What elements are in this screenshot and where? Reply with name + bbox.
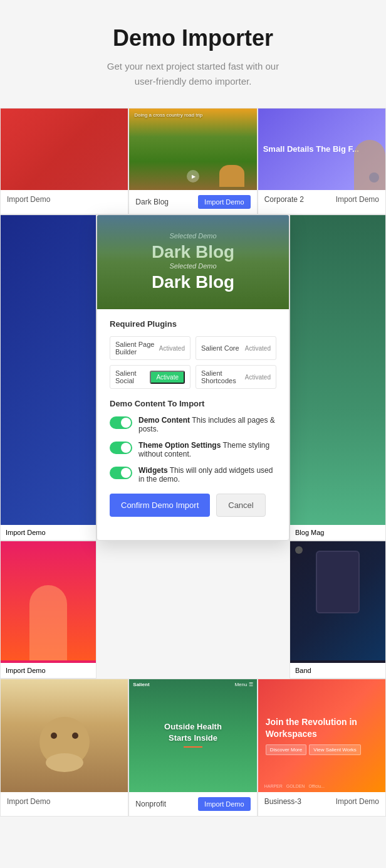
bottom-card-nonprofit-footer: Nonprofit Import Demo <box>129 792 256 816</box>
modal-actions: Confirm Demo Import Cancel <box>110 494 276 517</box>
plugin-row-social: Salient Social Activate <box>110 365 190 389</box>
dark-blog-import-button[interactable]: Import Demo <box>198 195 251 209</box>
page-header: Demo Importer Get your next project star… <box>0 0 386 108</box>
nonprofit-underline <box>184 746 202 748</box>
demo-card-1-footer: Import Demo <box>1 190 128 209</box>
cancel-button[interactable]: Cancel <box>216 494 265 517</box>
plugin-status-shortcodes: Activated <box>245 374 271 381</box>
plugin-row-shortcodes: Salient Shortcodes Activated <box>196 365 276 389</box>
plugin-name-shortcodes: Salient Shortcodes <box>201 369 245 384</box>
person-silhouette <box>354 140 385 190</box>
corporate2-import-text[interactable]: Import Demo <box>336 195 379 204</box>
nonprofit-label: Nonprofit <box>135 800 166 808</box>
toggle-demo-content-label: Demo Content <box>138 416 190 425</box>
play-button[interactable]: ▶ <box>187 170 199 183</box>
page-subtitle: Get your next project started fast with … <box>13 59 373 89</box>
dark-blog-label: Dark Blog <box>135 198 169 206</box>
plugin-status-core: Activated <box>245 345 271 352</box>
demo-card-dark-blog-image: Doing a cross country road trip ▶ <box>129 109 256 190</box>
demo-content-title: Demo Content To Import <box>110 399 276 408</box>
required-plugins-title: Required Plugins <box>110 319 276 329</box>
biz3-btn1[interactable]: Discover More <box>266 744 307 755</box>
modal-left-bg <box>1 215 96 540</box>
toggle-theme-options-label: Theme Option Settings <box>138 441 221 450</box>
toggle-demo-content[interactable] <box>110 416 132 429</box>
top-demo-grid: Import Demo Doing a cross country road t… <box>0 108 386 214</box>
business3-import-text[interactable]: Import Demo <box>336 797 379 806</box>
corp2-title: Small Details The Big F... <box>263 144 359 155</box>
demo-card-dark-blog-footer: Dark Blog Import Demo <box>129 190 256 214</box>
plugin-name-core: Salient Core <box>201 344 239 352</box>
corporate2-label: Corporate 2 <box>264 195 304 204</box>
nonprofit-import-button[interactable]: Import Demo <box>198 797 251 811</box>
bottom-card-monkey[interactable]: Import Demo <box>0 679 128 817</box>
toggle-widgets[interactable] <box>110 467 132 479</box>
demo-card-corporate2-image: Small Details The Big F... <box>258 109 385 190</box>
bottom-card-monkey-footer: Import Demo <box>1 792 128 811</box>
portrait-import-label[interactable]: Import Demo <box>6 667 46 674</box>
band-label: Band <box>295 667 311 674</box>
demo-card-1[interactable]: Import Demo <box>0 108 128 214</box>
red-overlay <box>1 109 128 190</box>
modal-body: Required Plugins Salient Page Builder Ac… <box>97 309 289 527</box>
plugin-row-core: Salient Core Activated <box>196 336 276 360</box>
modal-selected-label-2: Selected Demo <box>169 262 216 270</box>
nonprofit-content: Outside Health Starts Inside <box>129 679 256 792</box>
plugin-row-page-builder: Salient Page Builder Activated <box>110 336 190 360</box>
biz3-buttons: Discover More View Salient Works <box>266 744 378 755</box>
bottom-card-nonprofit[interactable]: Salient Menu ☰ Outside Health Starts Ins… <box>128 679 257 817</box>
page-title: Demo Importer <box>13 25 373 51</box>
modal-right-footer: Blog Mag <box>290 525 385 540</box>
demo-card-corporate2[interactable]: Small Details The Big F... Corporate 2 I… <box>258 108 386 214</box>
toggle-theme-options[interactable] <box>110 442 132 454</box>
modal-hero: Selected Demo Dark Blog Selected Demo Da… <box>97 215 289 309</box>
band-bg <box>290 541 385 660</box>
modal-left-label[interactable]: Import Demo <box>6 529 46 536</box>
plugins-grid: Salient Page Builder Activated Salient C… <box>110 336 276 389</box>
page-footer <box>0 817 386 842</box>
biz3-content: Join the Revolution in Workspaces Discov… <box>258 679 385 792</box>
modal-right-card[interactable]: Blog Mag <box>290 214 386 541</box>
modal-row: Import Demo Selected Demo Dark Blog Sele… <box>0 214 386 541</box>
demo-card-1-import-text[interactable]: Import Demo <box>7 195 50 204</box>
modal-left-footer: Import Demo <box>1 525 96 540</box>
demo-card-dark-blog[interactable]: Doing a cross country road trip ▶ Dark B… <box>128 108 257 214</box>
biz3-logos: HARPER GOLDEN Officiu... <box>264 784 325 788</box>
bottom-card-business3-footer: Business-3 Import Demo <box>258 792 385 811</box>
nonprofit-headline: Outside Health Starts Inside <box>164 721 222 744</box>
band-dot <box>295 546 303 554</box>
confirm-demo-import-button[interactable]: Confirm Demo Import <box>110 494 210 517</box>
biz3-btn2[interactable]: View Salient Works <box>309 744 361 755</box>
modal-demo-title-2: Dark Blog <box>152 272 234 292</box>
fox-shape <box>219 165 244 187</box>
modal-center: Selected Demo Dark Blog Selected Demo Da… <box>96 214 290 541</box>
band-card[interactable]: Band <box>290 541 386 679</box>
third-row: Import Demo Band <box>0 541 386 679</box>
portrait-footer: Import Demo <box>1 663 96 678</box>
plugin-name-page-builder: Salient Page Builder <box>115 341 159 356</box>
monkey-import-text[interactable]: Import Demo <box>7 797 50 806</box>
bottom-demo-grid: Import Demo Salient Menu ☰ Outside Healt… <box>0 679 386 817</box>
bottom-card-monkey-image <box>1 679 128 792</box>
demo-card-corporate2-footer: Corporate 2 Import Demo <box>258 190 385 209</box>
device-shape <box>316 551 360 613</box>
portrait-bg <box>1 541 96 660</box>
third-row-middle <box>96 541 290 679</box>
toggle-widgets-label: Widgets <box>138 466 168 475</box>
plugin-activate-social-button[interactable]: Activate <box>150 371 185 384</box>
plugin-status-page-builder: Activated <box>159 345 185 352</box>
dark-blog-description: Doing a cross country road trip <box>134 112 202 118</box>
biz3-title: Join the Revolution in Workspaces <box>266 716 378 739</box>
portrait-card[interactable]: Import Demo <box>0 541 96 679</box>
person-figure <box>29 585 67 660</box>
bottom-card-business3-image: Join the Revolution in Workspaces Discov… <box>258 679 385 792</box>
demo-content-section: Demo Content To Import Demo Content This… <box>110 399 276 484</box>
toggle-row-widgets: Widgets This will only add widgets used … <box>110 466 276 484</box>
modal-right-label: Blog Mag <box>295 529 324 536</box>
bottom-card-business3[interactable]: Join the Revolution in Workspaces Discov… <box>258 679 386 817</box>
modal-left-card[interactable]: Import Demo <box>0 214 96 541</box>
plugin-name-social: Salient Social <box>115 369 150 384</box>
toggle-row-theme-options: Theme Option Settings Theme styling with… <box>110 441 276 458</box>
business3-label: Business-3 <box>264 797 301 806</box>
bottom-card-nonprofit-image: Salient Menu ☰ Outside Health Starts Ins… <box>129 679 256 792</box>
